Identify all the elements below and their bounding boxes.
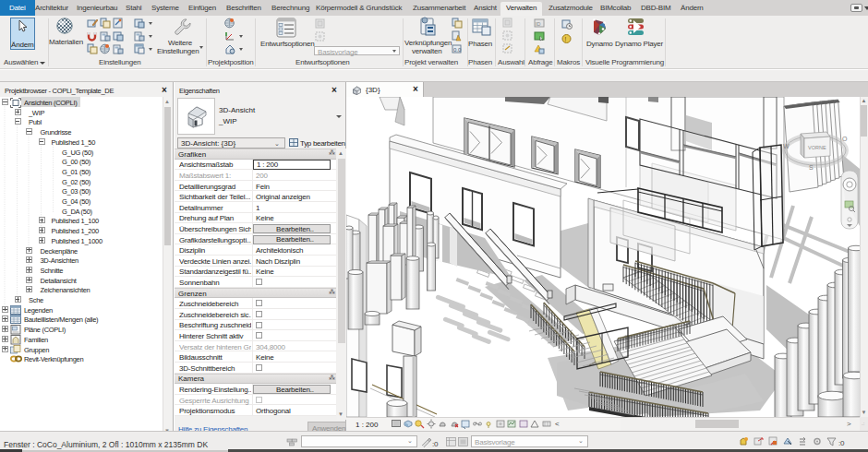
svg-text:S: S <box>809 164 814 171</box>
svg-text:W: W <box>783 143 790 149</box>
svg-text:!: ! <box>565 36 567 42</box>
svg-text:0.0: 0.0 <box>453 47 462 53</box>
svg-text:VORNE: VORNE <box>808 145 826 150</box>
svg-text:O: O <box>842 136 848 142</box>
svg-text:ID: ID <box>536 21 541 27</box>
